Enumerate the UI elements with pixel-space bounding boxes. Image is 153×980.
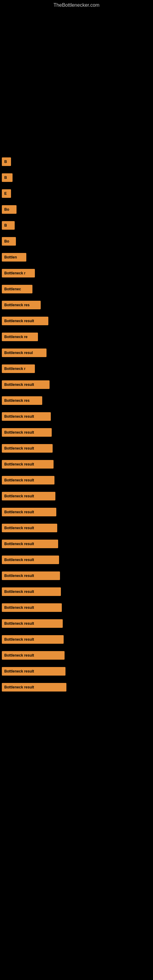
result-label-32: Bottleneck result — [4, 669, 34, 673]
result-item-27: Bottleneck result — [0, 587, 153, 597]
result-item-33: Bottleneck result — [0, 682, 153, 692]
result-label-29: Bottleneck result — [4, 621, 34, 626]
result-bar-8: Bottlenec — [2, 285, 32, 293]
result-bar-32: Bottleneck result — [2, 667, 65, 676]
result-label-0: B — [4, 159, 7, 164]
result-label-27: Bottleneck result — [4, 590, 34, 594]
result-item-16: Bottleneck result — [0, 412, 153, 422]
result-item-28: Bottleneck result — [0, 603, 153, 612]
result-label-28: Bottleneck result — [4, 605, 34, 610]
result-bar-24: Bottleneck result — [2, 539, 58, 548]
result-label-11: Bottleneck re — [4, 335, 27, 339]
result-bar-27: Bottleneck result — [2, 587, 61, 596]
result-label-20: Bottleneck result — [4, 478, 34, 482]
result-label-33: Bottleneck result — [4, 685, 34, 689]
result-item-7: Bottleneck r — [0, 268, 153, 278]
result-item-11: Bottleneck re — [0, 332, 153, 342]
result-item-32: Bottleneck result — [0, 667, 153, 676]
result-bar-33: Bottleneck result — [2, 683, 66, 692]
result-label-26: Bottleneck result — [4, 574, 34, 578]
result-item-3: Bo — [0, 205, 153, 215]
result-label-6: Bottlen — [4, 255, 17, 259]
result-label-15: Bottleneck res — [4, 398, 30, 403]
result-label-23: Bottleneck result — [4, 526, 34, 530]
result-item-14: Bottleneck result — [0, 380, 153, 390]
result-label-18: Bottleneck result — [4, 446, 34, 450]
result-bar-2: E — [2, 189, 11, 198]
result-bar-19: Bottleneck result — [2, 460, 54, 469]
result-item-12: Bottleneck resul — [0, 348, 153, 358]
result-bar-10: Bottleneck result — [2, 317, 48, 325]
result-bar-6: Bottlen — [2, 253, 26, 261]
result-item-2: E — [0, 189, 153, 199]
result-item-5: Bo — [0, 236, 153, 246]
result-bar-30: Bottleneck result — [2, 635, 64, 644]
result-bar-3: Bo — [2, 205, 16, 214]
result-bar-12: Bottleneck resul — [2, 348, 46, 357]
result-item-6: Bottlen — [0, 252, 153, 262]
result-item-30: Bottleneck result — [0, 635, 153, 644]
result-label-3: Bo — [4, 207, 9, 212]
result-bar-16: Bottleneck result — [2, 412, 51, 421]
result-bar-21: Bottleneck result — [2, 492, 56, 500]
result-bar-29: Bottleneck result — [2, 619, 63, 628]
result-item-24: Bottleneck result — [0, 539, 153, 549]
result-bar-14: Bottleneck result — [2, 380, 49, 389]
result-item-19: Bottleneck result — [0, 460, 153, 469]
result-item-0: B — [0, 157, 153, 167]
result-item-1: B — [0, 173, 153, 183]
result-bar-31: Bottleneck result — [2, 651, 65, 660]
result-label-31: Bottleneck result — [4, 653, 34, 657]
result-label-4: B — [4, 223, 7, 228]
result-item-26: Bottleneck result — [0, 571, 153, 581]
result-label-21: Bottleneck result — [4, 494, 34, 498]
result-item-22: Bottleneck result — [0, 507, 153, 517]
result-item-21: Bottleneck result — [0, 491, 153, 501]
result-item-8: Bottlenec — [0, 284, 153, 294]
result-bar-25: Bottleneck result — [2, 555, 59, 564]
result-label-1: B — [4, 175, 7, 180]
result-label-17: Bottleneck result — [4, 430, 34, 434]
result-bar-22: Bottleneck result — [2, 508, 56, 516]
result-item-20: Bottleneck result — [0, 475, 153, 485]
result-bar-1: B — [2, 173, 13, 182]
result-label-10: Bottleneck result — [4, 319, 34, 323]
result-label-19: Bottleneck result — [4, 462, 34, 466]
result-item-23: Bottleneck result — [0, 523, 153, 533]
result-bar-4: B — [2, 221, 15, 230]
results-list: B B E Bo B — [0, 150, 153, 699]
result-label-22: Bottleneck result — [4, 510, 34, 514]
chart-area — [0, 9, 153, 150]
result-label-16: Bottleneck result — [4, 414, 34, 418]
result-label-30: Bottleneck result — [4, 637, 34, 641]
page-wrapper: TheBottlenecker.com B B E — [0, 0, 153, 699]
site-title: TheBottlenecker.com — [0, 0, 153, 9]
result-item-25: Bottleneck result — [0, 555, 153, 565]
result-bar-5: Bo — [2, 237, 16, 246]
result-item-15: Bottleneck res — [0, 396, 153, 406]
result-bar-9: Bottleneck res — [2, 301, 41, 309]
result-bar-17: Bottleneck result — [2, 428, 52, 437]
result-bar-28: Bottleneck result — [2, 603, 62, 612]
result-item-29: Bottleneck result — [0, 619, 153, 628]
result-item-17: Bottleneck result — [0, 428, 153, 438]
result-label-25: Bottleneck result — [4, 558, 34, 562]
result-bar-15: Bottleneck res — [2, 396, 42, 405]
result-bar-0: B — [2, 158, 11, 166]
result-bar-26: Bottleneck result — [2, 571, 60, 580]
result-label-12: Bottleneck resul — [4, 351, 33, 355]
result-label-13: Bottleneck r — [4, 367, 26, 371]
result-bar-13: Bottleneck r — [2, 364, 35, 373]
result-item-18: Bottleneck result — [0, 444, 153, 453]
result-label-2: E — [4, 191, 7, 196]
result-item-4: B — [0, 221, 153, 230]
result-label-9: Bottleneck res — [4, 303, 30, 307]
result-label-24: Bottleneck result — [4, 542, 34, 546]
result-bar-20: Bottleneck result — [2, 476, 54, 485]
result-bar-11: Bottleneck re — [2, 332, 38, 341]
result-item-31: Bottleneck result — [0, 651, 153, 660]
result-label-5: Bo — [4, 239, 9, 243]
result-label-7: Bottleneck r — [4, 271, 26, 275]
result-item-13: Bottleneck r — [0, 364, 153, 374]
result-item-10: Bottleneck result — [0, 316, 153, 326]
